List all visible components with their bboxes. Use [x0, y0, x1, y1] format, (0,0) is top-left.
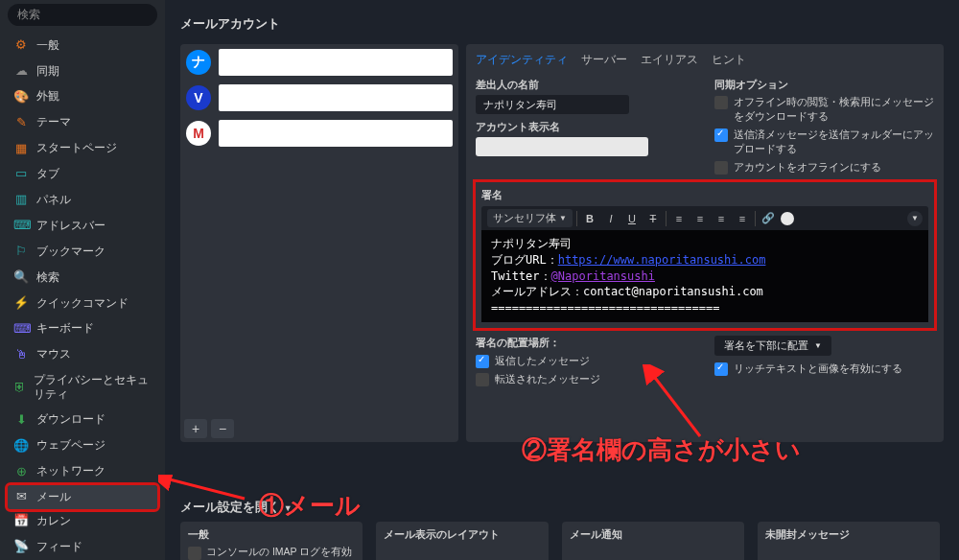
add-account-button[interactable]: + — [184, 419, 207, 438]
account-row[interactable]: V — [180, 80, 458, 115]
bold-button[interactable]: B — [581, 210, 598, 227]
download-icon: ⬇ — [13, 412, 29, 429]
settings-item-label: コンソールの IMAP ログを有効にする — [206, 546, 355, 560]
forward-signature-checkbox[interactable] — [476, 373, 489, 386]
settings-col-2: メール通知 — [562, 522, 744, 560]
account-avatar-icon: ナ — [186, 50, 211, 75]
sidebar-item-label: プライバシーとセキュリティ — [34, 373, 155, 403]
tab-3[interactable]: ヒント — [712, 52, 746, 68]
display-name-input[interactable] — [476, 137, 648, 156]
annotation-1: ①メール — [259, 489, 361, 523]
align-justify-button[interactable]: ≡ — [734, 210, 751, 227]
calendar-icon: 📅 — [13, 513, 29, 529]
sidebar-item-label: ブックマーク — [36, 245, 105, 260]
svg-line-3 — [652, 374, 700, 436]
account-name-placeholder — [219, 120, 453, 147]
sidebar-item-8[interactable]: ⚐ブックマーク — [0, 240, 165, 264]
sync-checkbox-2[interactable] — [714, 161, 728, 175]
toolbar-expand-button[interactable]: ▼ — [907, 211, 923, 226]
mouse-icon: 🖱 — [13, 347, 29, 363]
font-family-select[interactable]: サンセリフ体 ▼ — [487, 209, 573, 227]
grid-icon: ▦ — [13, 141, 29, 157]
text-color-button[interactable] — [781, 212, 794, 225]
mail-icon: ✉ — [13, 489, 29, 505]
settings-col-head: メール通知 — [570, 527, 737, 542]
underline-button[interactable]: U — [623, 210, 641, 227]
svg-line-1 — [166, 478, 245, 499]
sidebar-search-input[interactable]: 検索 — [8, 4, 157, 26]
globe-icon: 🌐 — [13, 438, 29, 455]
richtext-label: リッチテキストと画像を有効にする — [734, 362, 902, 376]
sidebar-item-label: ネットワーク — [36, 464, 105, 479]
sidebar-item-15[interactable]: 🌐ウェブページ — [0, 434, 165, 458]
sidebar-item-label: アドレスバー — [36, 219, 105, 234]
sender-name-input[interactable] — [476, 95, 629, 114]
align-left-button[interactable]: ≡ — [670, 210, 688, 227]
palette-icon: 🎨 — [13, 89, 29, 105]
display-name-label: アカウント表示名 — [476, 120, 695, 134]
align-right-button[interactable]: ≡ — [713, 210, 730, 227]
sidebar-item-5[interactable]: ▭タブ — [0, 162, 165, 186]
settings-col-0: 一般コンソールの IMAP ログを有効にする — [180, 522, 363, 560]
sidebar-item-label: 外観 — [36, 89, 59, 105]
sidebar-item-13[interactable]: ⛨プライバシーとセキュリティ — [0, 369, 165, 407]
sidebar-item-1[interactable]: ☁同期 — [0, 59, 165, 83]
reply-signature-checkbox[interactable] — [476, 355, 489, 368]
brush-icon: ✎ — [13, 115, 29, 131]
sidebar-item-12[interactable]: 🖱マウス — [0, 343, 165, 367]
shield-icon: ⛨ — [13, 380, 26, 396]
tab-0[interactable]: アイデンティティ — [476, 52, 568, 68]
remove-account-button[interactable]: − — [211, 419, 234, 438]
link-button[interactable]: 🔗 — [760, 210, 777, 227]
italic-button[interactable]: I — [602, 210, 620, 227]
sidebar-item-18[interactable]: 📅カレン — [0, 509, 165, 533]
signature-label: 署名 — [481, 188, 928, 202]
sync-checkbox-1[interactable] — [714, 128, 728, 142]
sidebar-item-0[interactable]: ⚙一般 — [0, 34, 165, 58]
sidebar-item-19[interactable]: 📡フィード — [0, 535, 165, 559]
sidebar-item-11[interactable]: ⌨キーボード — [0, 317, 165, 341]
sidebar-item-label: カレン — [36, 514, 71, 529]
sync-label: 送信済メッセージを送信フォルダーにアップロードする — [734, 128, 934, 156]
sync-checkbox-0[interactable] — [714, 96, 728, 109]
bolt-icon: ⚡ — [13, 295, 29, 312]
sidebar-item-7[interactable]: ⌨アドレスバー — [0, 214, 165, 238]
sidebar-item-label: ダウンロード — [36, 412, 105, 428]
sidebar-item-label: クイックコマンド — [36, 296, 129, 312]
cloud-icon: ☁ — [13, 63, 29, 80]
sender-name-label: 差出人の名前 — [476, 78, 695, 92]
signature-toolbar: サンセリフ体 ▼ B I U T ≡ ≡ ≡ ≡ 🔗 ▼ — [481, 206, 928, 230]
gear-icon: ⚙ — [13, 37, 29, 54]
keyboard-icon: ⌨ — [13, 321, 29, 338]
sync-label: オフライン時の閲覧・検索用にメッセージをダウンロードする — [734, 95, 934, 124]
sidebar-item-14[interactable]: ⬇ダウンロード — [0, 408, 165, 432]
settings-col-head: 一般 — [188, 527, 355, 542]
sidebar-item-label: フィード — [36, 540, 82, 555]
sidebar-item-9[interactable]: 🔍検索 — [0, 266, 165, 290]
tab-1[interactable]: サーバー — [581, 52, 627, 68]
sidebar-item-label: 同期 — [36, 64, 59, 80]
signature-editor[interactable]: ナポリタン寿司 ブログURL：https://www.naporitansush… — [481, 230, 928, 322]
tab-2[interactable]: エイリアス — [641, 52, 698, 68]
sidebar-item-label: 一般 — [36, 38, 59, 54]
signature-position-select[interactable]: 署名を下部に配置 ▼ — [714, 336, 831, 356]
sidebar-item-3[interactable]: ✎テーマ — [0, 111, 165, 135]
sidebar-item-label: キーボード — [36, 321, 94, 337]
align-center-button[interactable]: ≡ — [691, 210, 709, 227]
sidebar-item-16[interactable]: ⊕ネットワーク — [0, 460, 165, 484]
settings-checkbox[interactable] — [188, 547, 201, 560]
sidebar-item-10[interactable]: ⚡クイックコマンド — [0, 292, 165, 315]
account-row[interactable]: M — [180, 115, 458, 151]
forward-signature-label: 転送されたメッセージ — [495, 372, 600, 386]
sync-label: アカウントをオフラインにする — [734, 160, 881, 175]
strikethrough-button[interactable]: T — [644, 210, 662, 227]
sidebar-item-6[interactable]: ▥パネル — [0, 188, 165, 212]
annotation-2: ②署名欄の高さが小さい — [522, 433, 801, 467]
sync-options-heading: 同期オプション — [714, 78, 934, 92]
sidebar-item-17[interactable]: ✉メール — [8, 485, 157, 509]
sidebar-item-2[interactable]: 🎨外観 — [0, 85, 165, 109]
sidebar-item-4[interactable]: ▦スタートページ — [0, 137, 165, 161]
account-row[interactable]: ナ — [180, 44, 458, 80]
sidebar-item-label: メール — [36, 490, 71, 505]
account-avatar-icon: M — [186, 121, 211, 146]
